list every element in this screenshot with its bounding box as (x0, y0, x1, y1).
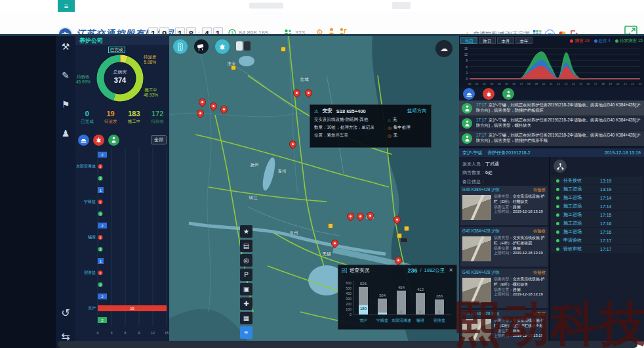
timeline-dot (556, 239, 559, 242)
svg-text:宿淮盐: 宿淮盐 (433, 318, 445, 323)
favorite-icon[interactable]: ★ (240, 225, 252, 238)
date-tab[interactable]: 当日 (460, 37, 477, 44)
defect-card[interactable]: G40 K384+428 沪陕待验收病害类型：交安及沿线设施-护栏（E杆）-护栏… (460, 227, 548, 267)
all-filter-button[interactable]: 全部 (151, 135, 167, 144)
defect-photo[interactable] (462, 195, 491, 220)
svg-text:15: 15 (579, 82, 582, 85)
legend-item: 处置 4 (594, 38, 611, 44)
timeline-row[interactable]: 施工进场17:16 (551, 228, 643, 236)
worker-filter-button[interactable] (108, 135, 119, 146)
timeline-step-label: 施工进场 (563, 186, 600, 192)
defect-photo[interactable] (462, 236, 491, 261)
timeline-row[interactable]: 施工进场17:16 (551, 219, 643, 227)
layers-icon[interactable]: ▤ (240, 240, 252, 252)
panel-title: 养护公司 (75, 36, 169, 45)
defect-pin-marker[interactable] (304, 88, 314, 98)
timeline-step-time: 17:14 (600, 204, 612, 209)
vehicle-marker[interactable] (400, 238, 408, 243)
defect-pin-marker[interactable] (330, 238, 340, 249)
svg-text:锡澄: 锡澄 (416, 318, 424, 323)
svg-text:04: 04 (498, 82, 501, 85)
patrol-bar-chart: 0100200300400500600526180京沪30436宁靖盐4540东… (338, 275, 456, 328)
defect-pin-marker[interactable] (197, 97, 208, 108)
svg-text:06: 06 (512, 82, 515, 85)
defect-pin-marker[interactable] (288, 139, 298, 150)
date-tab[interactable]: 本年 (515, 37, 533, 44)
org-chart-button[interactable] (553, 160, 567, 173)
date-tab[interactable]: 昨日 (479, 37, 496, 44)
defect-pin-marker[interactable] (209, 101, 219, 112)
defect-tab-button[interactable] (483, 88, 494, 100)
donut-label-pending: 待派发5.08% (144, 54, 157, 65)
map-container[interactable]: 淮安盐城扬州泰州镇江南通常州无锡苏州上海 ☁ ★ ▤ ◎ P ▣ ✚ ▦ ≡ (169, 36, 459, 341)
chart-icon[interactable]: ▣ (240, 283, 252, 295)
defect-card[interactable]: G40 K384+428 沪陕待验收病害类型：交安及沿线设施-护栏（E杆）-柱帽… (460, 186, 548, 225)
timeline-row[interactable]: 施工进场13:19 (551, 185, 643, 193)
timeline-step-label: 施工进场 (563, 220, 600, 227)
locate-icon[interactable]: ◎ (240, 254, 252, 267)
defect-card[interactable]: G40 K384+428 沪陕待验收病害类型：交安及沿线设施-护栏（E杆）-螺栓… (460, 269, 548, 308)
city-label: 盐城 (300, 77, 309, 83)
add-icon[interactable]: ✚ (240, 297, 252, 310)
defect-pin-marker[interactable] (219, 104, 230, 115)
defect-pin-marker[interactable] (393, 255, 404, 266)
defect-pin-marker[interactable] (392, 215, 403, 225)
timeline-dot (556, 230, 559, 234)
camera-marker[interactable] (231, 65, 236, 70)
timeline-row[interactable]: 施工进场17:15 (551, 211, 643, 219)
close-icon[interactable]: ✕ (449, 267, 453, 273)
defect-pin-marker[interactable] (355, 211, 366, 222)
undo-icon[interactable]: ↺ (56, 307, 75, 319)
timeline-dot (556, 213, 559, 217)
timeline-row[interactable]: 施工进场17:14 (551, 194, 643, 202)
alarm-filter-button[interactable] (78, 135, 89, 146)
event-text: 京沪-宁锡，刘斌正在对养护任务20191218-2申请验收。病害地点G40 K3… (476, 102, 640, 112)
defect-pin-marker[interactable] (346, 211, 356, 222)
defect-pin-marker[interactable] (292, 88, 302, 98)
svg-text:22: 22 (631, 82, 634, 85)
defect-map-button[interactable] (215, 39, 230, 54)
timeline-row[interactable]: 申请验收17:17 (551, 236, 643, 244)
camera-marker[interactable] (404, 226, 409, 231)
camera-marker[interactable] (281, 47, 286, 52)
card-status-badge: 待验收 (533, 269, 546, 276)
timeline-dot (556, 205, 559, 208)
parking-icon[interactable]: P (240, 269, 252, 281)
alarm-dome-icon (81, 137, 87, 143)
timeline-step-time: 13:19 (600, 187, 612, 192)
inspection-search-icon[interactable]: ✎ (56, 70, 75, 81)
worker-tab-button[interactable] (502, 88, 514, 100)
camera-button[interactable] (194, 39, 209, 54)
alarm-tab-button[interactable] (463, 88, 475, 100)
menu-icon[interactable]: ≡ (240, 326, 252, 339)
defect-pin-marker[interactable] (195, 108, 206, 119)
defect-card[interactable]: G40 K384+428 沪陕待验收病害类型：交安及沿线设施-护栏（E杆）-防撞… (460, 310, 548, 341)
timeline-row[interactable]: 任务接收13:19 (551, 177, 643, 185)
task-field: 病害数量：6处 (462, 168, 499, 177)
event-row[interactable]: 17:17京沪-宁锡，刘斌正在对养护任务20191218-2申请验收。病害地点G… (459, 116, 644, 131)
svg-text:412: 412 (417, 288, 424, 292)
weather-button[interactable]: ☁ (435, 40, 453, 57)
defect-photo[interactable] (462, 278, 491, 303)
construction-flag-icon[interactable]: ⚑ (56, 99, 75, 110)
grid-icon[interactable]: ▦ (240, 312, 252, 324)
event-row[interactable]: 17:17京沪-宁锡，刘斌正在对养护任务20191218-2申请验收。病害地点G… (459, 101, 644, 116)
defect-filter-button[interactable] (93, 135, 104, 146)
defect-photo[interactable] (462, 319, 491, 341)
date-tab[interactable]: 本月 (497, 37, 514, 44)
event-row[interactable]: 17:17京沪-宁锡，刘斌正在对养护任务20191218-2申请验收。病害地点G… (459, 131, 644, 146)
org-chart-icon (557, 163, 564, 170)
app-header: 交 江苏交通控股有限公司 19:18:41 84,898,165 323 ⚙ ⚠… (0, 12, 644, 34)
collapse-menu-button[interactable]: ≡ (58, 0, 75, 12)
traffic-signal-button[interactable] (173, 39, 188, 54)
timeline-row[interactable]: 施工进场17:14 (551, 202, 643, 210)
map-mode-toggle[interactable] (236, 41, 251, 51)
bottom-scrollbar[interactable] (58, 341, 637, 348)
svg-text:00: 00 (468, 82, 472, 85)
route-maintenance-icon[interactable]: ⚒ (56, 41, 75, 52)
timeline-row[interactable]: 验收审核17:17 (551, 245, 643, 253)
camera-marker[interactable] (328, 223, 333, 228)
svg-text:286: 286 (436, 294, 443, 298)
triangle-icon: △ (388, 118, 391, 123)
patrol-worker-icon[interactable]: ♟ (56, 128, 75, 139)
